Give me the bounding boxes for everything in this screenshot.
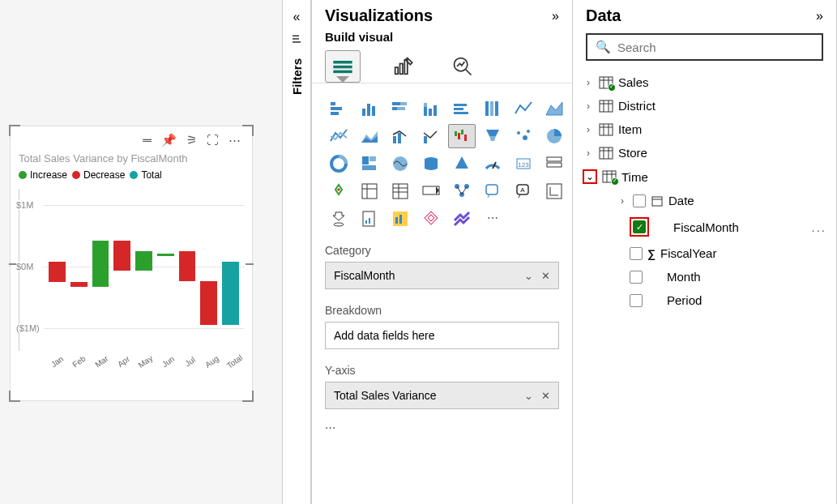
svg-rect-12: [372, 106, 375, 116]
chevron-down-icon[interactable]: ⌄: [583, 169, 597, 184]
svg-rect-0: [333, 61, 352, 64]
viz-type-29[interactable]: [479, 179, 506, 203]
more-options-icon[interactable]: ⋯: [228, 133, 241, 147]
expand-filters-icon[interactable]: «: [293, 10, 301, 24]
viz-type-22[interactable]: 123: [510, 152, 537, 176]
svg-rect-4: [400, 64, 404, 75]
viz-type-1[interactable]: [356, 96, 383, 121]
svg-rect-15: [392, 107, 397, 110]
checkbox[interactable]: [630, 271, 643, 284]
filter-icon[interactable]: ⚞: [186, 133, 197, 147]
viz-type-16[interactable]: [325, 152, 352, 176]
table-district[interactable]: ›District: [581, 94, 828, 117]
pin-icon[interactable]: 📌: [161, 133, 177, 147]
field-date[interactable]: ›Date: [581, 189, 828, 212]
svg-rect-34: [458, 133, 460, 139]
viz-type-37[interactable]: ⋯: [479, 207, 506, 231]
field-period[interactable]: Period: [581, 288, 828, 312]
viz-type-13[interactable]: [479, 124, 506, 148]
collapse-data-icon[interactable]: »: [816, 9, 823, 23]
analytics-tab[interactable]: [445, 50, 480, 83]
viz-type-32[interactable]: [325, 207, 352, 231]
checkbox[interactable]: [633, 194, 646, 207]
viz-type-18[interactable]: [386, 152, 414, 176]
legend-decrease: Decrease: [83, 169, 125, 181]
viz-type-14[interactable]: [510, 124, 537, 148]
checkbox-checked[interactable]: ✓: [633, 220, 646, 233]
checkbox[interactable]: [630, 247, 643, 260]
viz-type-12[interactable]: [448, 124, 476, 148]
svg-rect-31: [398, 133, 401, 143]
visualizations-title: Visualizations: [325, 6, 433, 25]
viz-type-19[interactable]: [417, 152, 445, 176]
svg-text:A: A: [520, 186, 525, 194]
search-input[interactable]: [617, 41, 814, 54]
chevron-down-icon[interactable]: ⌄: [524, 270, 533, 282]
remove-field-icon[interactable]: ✕: [541, 390, 550, 402]
viz-type-36[interactable]: [448, 207, 476, 231]
viz-type-34[interactable]: [386, 207, 414, 231]
viz-type-9[interactable]: [356, 124, 383, 148]
svg-rect-17: [424, 107, 427, 116]
visualizations-pane: Visualizations » Build visual 123A⋯ Cate…: [311, 0, 572, 504]
viz-type-30[interactable]: A: [510, 179, 537, 203]
report-canvas[interactable]: ═ 📌 ⚞ ⛶ ⋯ Total Sales Variance by Fiscal…: [0, 0, 282, 504]
table-item[interactable]: ›Item: [581, 117, 828, 141]
viz-type-31[interactable]: [540, 179, 568, 203]
format-visual-tab[interactable]: [385, 50, 421, 83]
build-visual-tab[interactable]: [325, 50, 361, 83]
breakdown-field-well[interactable]: Add data fields here: [325, 322, 559, 349]
svg-rect-20: [433, 105, 437, 116]
viz-type-27[interactable]: [417, 179, 445, 203]
field-fiscalmonth[interactable]: ✓FiscalMonth...: [581, 212, 828, 241]
viz-type-21[interactable]: [479, 152, 506, 176]
remove-field-icon[interactable]: ✕: [541, 270, 550, 282]
focus-mode-icon[interactable]: ⛶: [207, 133, 219, 147]
viz-type-11[interactable]: [417, 124, 445, 148]
viz-type-25[interactable]: [356, 179, 383, 203]
table-sales[interactable]: ›Sales: [581, 70, 828, 94]
waterfall-chart-visual[interactable]: ═ 📌 ⚞ ⛶ ⋯ Total Sales Variance by Fiscal…: [10, 126, 253, 401]
viz-type-35[interactable]: [417, 207, 445, 231]
viz-type-5[interactable]: [479, 96, 506, 121]
field-month[interactable]: Month: [581, 265, 828, 288]
table-store[interactable]: ›Store: [581, 141, 828, 164]
viz-type-4[interactable]: [448, 96, 476, 121]
viz-type-28[interactable]: [448, 179, 476, 203]
legend-increase: Increase: [30, 169, 67, 181]
viz-type-23[interactable]: [540, 152, 568, 176]
svg-rect-46: [362, 165, 376, 170]
search-icon: 🔍: [596, 40, 611, 54]
viz-type-17[interactable]: [356, 152, 383, 176]
viz-type-7[interactable]: [540, 96, 568, 121]
viz-type-3[interactable]: [417, 96, 445, 121]
chevron-down-icon[interactable]: ⌄: [524, 390, 533, 402]
visualization-type-grid: 123A⋯: [312, 83, 572, 237]
svg-line-68: [457, 186, 462, 194]
viz-type-0[interactable]: [325, 96, 352, 121]
svg-marker-82: [428, 215, 434, 221]
field-more-icon[interactable]: ...: [811, 220, 826, 234]
drag-handle-icon[interactable]: ═: [143, 133, 152, 147]
viz-type-24[interactable]: [325, 179, 352, 203]
viz-type-6[interactable]: [510, 96, 537, 121]
svg-rect-24: [485, 101, 489, 116]
yaxis-field-well[interactable]: Total Sales Variance ⌄✕: [325, 382, 559, 409]
viz-type-10[interactable]: [386, 124, 414, 148]
table-time[interactable]: ⌄Time: [581, 164, 828, 189]
checkbox[interactable]: [630, 294, 643, 307]
field-fiscalyear[interactable]: ∑FiscalYear: [581, 241, 828, 265]
viz-type-15[interactable]: [540, 124, 568, 148]
svg-rect-76: [365, 220, 367, 224]
viz-type-20[interactable]: [448, 152, 476, 176]
viz-type-8[interactable]: [325, 124, 352, 148]
viz-type-33[interactable]: [356, 207, 383, 231]
filters-pane-collapsed[interactable]: « ııI Filters: [282, 0, 311, 504]
svg-rect-79: [395, 217, 398, 224]
viz-type-2[interactable]: [386, 96, 414, 121]
more-fields[interactable]: ...: [312, 417, 572, 432]
collapse-viz-icon[interactable]: »: [552, 9, 559, 23]
category-field-well[interactable]: FiscalMonth ⌄✕: [325, 262, 559, 289]
search-box[interactable]: 🔍: [586, 33, 823, 61]
viz-type-26[interactable]: [386, 179, 414, 203]
